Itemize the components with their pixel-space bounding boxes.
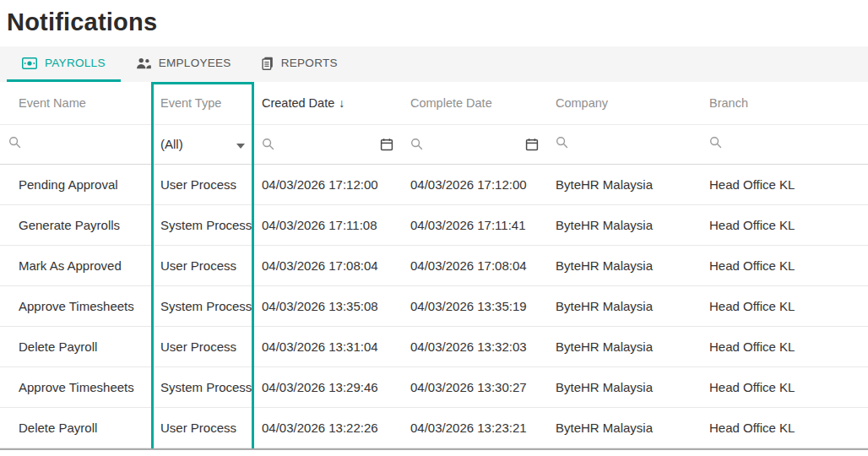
page-title: Notifications xyxy=(0,0,868,46)
table-row[interactable]: Pending ApprovalUser Process04/03/2026 1… xyxy=(0,164,868,204)
table-row[interactable]: Mark As ApprovedUser Process04/03/2026 1… xyxy=(0,245,868,285)
column-label: Company xyxy=(556,96,608,110)
table-cell: 04/03/2026 17:12:00 xyxy=(253,164,402,204)
table-cell: 04/03/2026 13:35:19 xyxy=(402,285,547,326)
event-type-filter-value: (All) xyxy=(160,137,183,151)
table-cell: ByteHR Malaysia xyxy=(547,245,701,285)
table-cell: 04/03/2026 13:29:46 xyxy=(253,366,402,407)
table-cell: User Process xyxy=(152,164,253,204)
tab-payrolls[interactable]: PAYROLLS xyxy=(7,46,121,82)
table-cell: Head Office KL xyxy=(701,366,868,407)
employees-icon xyxy=(136,57,151,69)
search-icon xyxy=(262,138,274,150)
chevron-down-icon xyxy=(236,137,245,151)
company-filter[interactable] xyxy=(547,124,701,164)
table-cell: System Process xyxy=(152,204,253,245)
column-header-complete-date[interactable]: Complete Date xyxy=(402,82,547,124)
search-icon xyxy=(556,137,568,151)
search-icon xyxy=(8,137,21,151)
table-cell: Approve Timesheets xyxy=(0,285,152,326)
column-header-event-type[interactable]: Event Type xyxy=(152,82,253,124)
table-cell: Delete Payroll xyxy=(0,407,152,448)
complete-date-filter[interactable] xyxy=(402,124,547,164)
table-cell: System Process xyxy=(152,366,253,407)
tab-reports[interactable]: REPORTS xyxy=(247,46,353,82)
table-cell: Head Office KL xyxy=(701,204,868,245)
table-header-row: Event Name Event Type Created Date↓ Comp… xyxy=(0,82,868,124)
table-cell: ByteHR Malaysia xyxy=(547,326,701,366)
table-cell: Approve Timesheets xyxy=(0,366,152,407)
event-name-filter[interactable] xyxy=(0,124,152,164)
table-cell: Head Office KL xyxy=(701,407,868,448)
table-body: Pending ApprovalUser Process04/03/2026 1… xyxy=(0,164,868,448)
table-cell: ByteHR Malaysia xyxy=(547,204,701,245)
created-date-filter[interactable] xyxy=(253,124,402,164)
table-row[interactable]: Generate PayrollsSystem Process04/03/202… xyxy=(0,204,868,245)
table-cell: 04/03/2026 17:11:41 xyxy=(402,204,547,245)
column-header-event-name[interactable]: Event Name xyxy=(0,82,152,124)
tab-label: REPORTS xyxy=(281,57,338,69)
table-cell: 04/03/2026 13:35:08 xyxy=(253,285,402,326)
payrolls-icon xyxy=(22,57,37,69)
calendar-icon[interactable] xyxy=(380,138,393,151)
table-cell: 04/03/2026 17:12:00 xyxy=(402,164,547,204)
reports-icon xyxy=(262,57,274,70)
search-icon xyxy=(410,138,423,150)
table-cell: ByteHR Malaysia xyxy=(547,164,701,204)
table-cell: Generate Payrolls xyxy=(0,204,152,245)
table-cell: Head Office KL xyxy=(701,245,868,285)
table-cell: Head Office KL xyxy=(701,285,868,326)
column-header-company[interactable]: Company xyxy=(547,82,701,124)
column-label: Event Name xyxy=(19,96,86,110)
table-cell: ByteHR Malaysia xyxy=(547,366,701,407)
tab-employees[interactable]: EMPLOYEES xyxy=(121,46,247,82)
table-cell: Pending Approval xyxy=(0,164,152,204)
table-cell: Head Office KL xyxy=(701,164,868,204)
table-cell: 04/03/2026 13:31:04 xyxy=(253,326,402,366)
table-cell: 04/03/2026 13:32:03 xyxy=(402,326,547,366)
filter-row: (All) xyxy=(0,124,868,164)
tab-label: EMPLOYEES xyxy=(159,57,231,69)
table-cell: Delete Payroll xyxy=(0,326,152,366)
table-cell: 04/03/2026 17:11:08 xyxy=(253,204,402,245)
table-cell: 04/03/2026 13:22:26 xyxy=(253,407,402,448)
tab-bar: PAYROLLS EMPLOYEES REPORTS xyxy=(0,46,868,82)
table-row[interactable]: Delete PayrollUser Process04/03/2026 13:… xyxy=(0,407,868,448)
table-cell: ByteHR Malaysia xyxy=(547,407,701,448)
table-cell: User Process xyxy=(152,407,253,448)
search-icon xyxy=(709,137,722,151)
table-cell: 04/03/2026 17:08:04 xyxy=(402,245,547,285)
table-cell: System Process xyxy=(152,285,253,326)
column-label: Created Date xyxy=(262,96,334,110)
table-cell: User Process xyxy=(152,245,253,285)
column-label: Event Type xyxy=(160,96,221,110)
table-cell: Mark As Approved xyxy=(0,245,152,285)
table-cell: 04/03/2026 13:30:27 xyxy=(402,366,547,407)
table-row[interactable]: Approve TimesheetsSystem Process04/03/20… xyxy=(0,285,868,326)
event-type-filter-select[interactable]: (All) xyxy=(160,137,245,151)
table-cell: User Process xyxy=(152,326,253,366)
event-type-filter[interactable]: (All) xyxy=(152,124,253,164)
table-cell: ByteHR Malaysia xyxy=(547,285,701,326)
column-header-branch[interactable]: Branch xyxy=(701,82,868,124)
column-header-created-date[interactable]: Created Date↓ xyxy=(253,82,402,124)
table-row[interactable]: Delete PayrollUser Process04/03/2026 13:… xyxy=(0,326,868,366)
calendar-icon[interactable] xyxy=(525,138,539,151)
notifications-table: Event Name Event Type Created Date↓ Comp… xyxy=(0,82,868,450)
table-row[interactable]: Approve TimesheetsSystem Process04/03/20… xyxy=(0,366,868,407)
sort-descending-icon: ↓ xyxy=(339,96,344,110)
table-cell: 04/03/2026 13:23:21 xyxy=(402,407,547,448)
branch-filter[interactable] xyxy=(701,124,868,164)
column-label: Complete Date xyxy=(410,96,492,110)
table-cell: 04/03/2026 17:08:04 xyxy=(253,245,402,285)
table-cell: Head Office KL xyxy=(701,326,868,366)
column-label: Branch xyxy=(709,96,748,110)
tab-label: PAYROLLS xyxy=(45,57,106,69)
